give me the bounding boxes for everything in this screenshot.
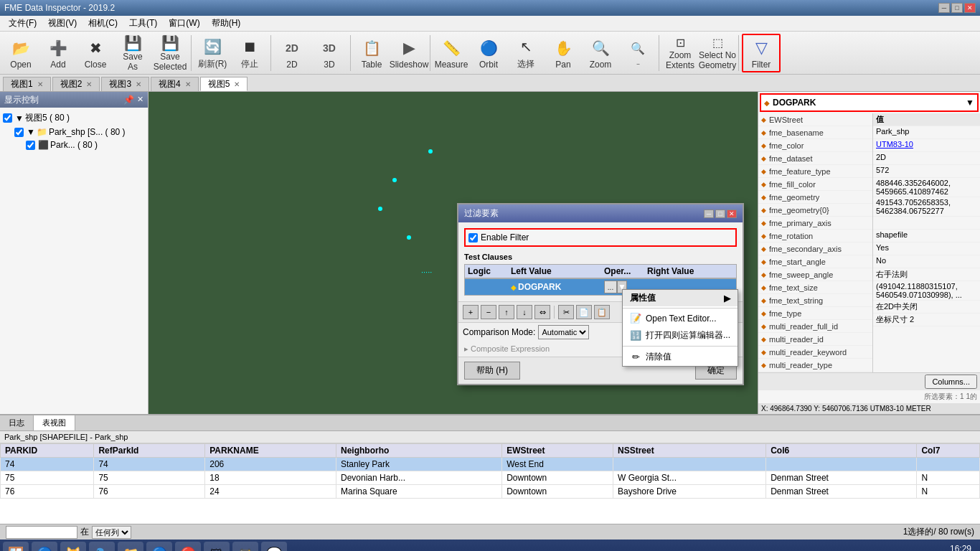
- close-tool-button[interactable]: ✖ Close: [77, 34, 113, 72]
- table-button[interactable]: 📋 Table: [354, 34, 390, 72]
- measure-button[interactable]: 📏 Measure: [433, 34, 469, 72]
- menu-window[interactable]: 窗口(W): [163, 16, 205, 31]
- panel-pin-icon[interactable]: 📌: [123, 95, 134, 105]
- refresh-button[interactable]: 🔄 刷新(R): [194, 34, 230, 72]
- table-tab[interactable]: 表视图: [34, 415, 75, 430]
- map-feature: [378, 207, 382, 211]
- comparison-mode-select[interactable]: Automatic: [538, 325, 589, 339]
- taskbar-btn-5[interactable]: 🔵: [146, 542, 172, 551]
- tree-item-view5[interactable]: ▼ 视图5 ( 80 ): [3, 110, 145, 126]
- dogpark-selector[interactable]: ◆ DOGPARK ▼: [760, 93, 979, 112]
- taskbar-btn-2[interactable]: 🐱: [60, 542, 86, 551]
- tree-expand-view5[interactable]: ▼: [15, 113, 24, 123]
- log-tab[interactable]: 日志: [0, 415, 34, 430]
- taskbar-btn-7[interactable]: 🛡: [204, 542, 230, 551]
- th-parkname[interactable]: PARKNAME: [205, 444, 336, 458]
- th-ewstreet[interactable]: EWStreet: [502, 444, 613, 458]
- dialog-max-button[interactable]: □: [715, 209, 725, 218]
- tree-checkbox-park[interactable]: [26, 141, 35, 150]
- select-no-geometry-button[interactable]: ⬚ Select No Geometry: [699, 34, 735, 72]
- th-nsstreet[interactable]: NSStreet: [613, 444, 766, 458]
- taskbar-btn-6[interactable]: 🔴: [175, 542, 201, 551]
- taskbar-btn-4[interactable]: 📁: [118, 542, 143, 551]
- menu-camera[interactable]: 相机(C): [83, 16, 123, 31]
- menu-tools[interactable]: 工具(T): [123, 16, 163, 31]
- columns-button[interactable]: Columns...: [925, 375, 977, 389]
- ctx-arithmetic-editor[interactable]: 🔢 打开四则运算编辑器...: [623, 326, 738, 344]
- save-as-button[interactable]: 💾 Save As: [115, 34, 151, 72]
- tab-close-view4[interactable]: ✕: [185, 80, 191, 88]
- tab-view3[interactable]: 视图3 ✕: [101, 77, 149, 91]
- remove-clause-button[interactable]: −: [481, 305, 496, 319]
- ctx-clear-value[interactable]: ✏ 清除值: [623, 348, 738, 366]
- ctx-open-text-editor[interactable]: 📝 Open Text Editor...: [623, 310, 738, 326]
- paste-button[interactable]: 📋: [594, 305, 610, 319]
- move-up-button[interactable]: ↑: [499, 305, 514, 319]
- tab-view4[interactable]: 视图4 ✕: [151, 77, 199, 91]
- zoom-extents-button[interactable]: ⊡ Zoom Extents: [662, 34, 698, 72]
- slideshow-button[interactable]: ▶ Slideshow: [391, 34, 427, 72]
- taskbar-btn-3[interactable]: 🎭: [89, 542, 115, 551]
- help-button[interactable]: 帮助 (H): [464, 362, 520, 380]
- pan-button[interactable]: ✋ Pan: [545, 34, 581, 72]
- zoom-button[interactable]: 🔍 Zoom: [583, 34, 618, 72]
- tab-view5[interactable]: 视图5 ✕: [200, 77, 248, 91]
- tree-item-park[interactable]: ⬛ Park... ( 80 ): [3, 138, 145, 151]
- copy-button[interactable]: 📄: [576, 305, 592, 319]
- save-selected-button[interactable]: 💾 Save Selected: [152, 34, 188, 72]
- table-area[interactable]: PARKID RefParkId PARKNAME Neighborho EWS…: [0, 443, 980, 524]
- th-col6[interactable]: Col6: [766, 444, 917, 458]
- table-row-74[interactable]: 74 74 206 Stanley Park West End: [1, 458, 980, 471]
- tab-close-view5[interactable]: ✕: [234, 80, 240, 88]
- map-area[interactable]: ····· 过滤要素 ─ □ ✕ Enable Filter Te: [149, 92, 758, 414]
- select-button[interactable]: ↖ 选择: [508, 34, 544, 72]
- column-select[interactable]: 任何列: [92, 526, 131, 539]
- filter-button[interactable]: ▽ Filter: [742, 34, 781, 72]
- add-clause-button[interactable]: +: [463, 305, 479, 319]
- menu-help[interactable]: 帮助(H): [206, 16, 247, 31]
- minimize-button[interactable]: ─: [938, 3, 950, 13]
- dialog-min-button[interactable]: ─: [704, 209, 714, 218]
- taskbar-btn-9[interactable]: 💬: [261, 542, 287, 551]
- tree-checkbox-parkshp[interactable]: [14, 128, 24, 137]
- move-down-button[interactable]: ↓: [517, 305, 532, 319]
- taskbar-btn-1[interactable]: 🔵: [32, 542, 57, 551]
- expand-button[interactable]: ⇔: [534, 305, 550, 319]
- th-col7[interactable]: Col7: [917, 444, 980, 458]
- zoom-minus-button[interactable]: 🔍 －: [620, 34, 656, 72]
- dogpark-dropdown-icon[interactable]: ▼: [966, 98, 974, 108]
- orbit-button[interactable]: 🔵 Orbit: [471, 34, 507, 72]
- menu-file[interactable]: 文件(F): [3, 16, 42, 31]
- 3d-button[interactable]: 3D 3D: [311, 34, 347, 72]
- tree-expand-parkshp[interactable]: ▼: [27, 127, 35, 137]
- tree-item-parkshp[interactable]: ▼ 📁 Park_shp [S... ( 80 ): [3, 126, 145, 138]
- menu-view[interactable]: 视图(V): [42, 16, 83, 31]
- maximize-button[interactable]: □: [951, 3, 963, 13]
- th-refparkid[interactable]: RefParkId: [94, 444, 205, 458]
- enable-filter-checkbox[interactable]: [468, 233, 478, 242]
- tree-checkbox-view5[interactable]: [3, 113, 12, 123]
- open-button[interactable]: 📂 Open: [3, 34, 39, 72]
- close-button[interactable]: ✕: [964, 3, 976, 13]
- clause-right-cell[interactable]: [644, 286, 736, 288]
- table-row-75[interactable]: 75 75 18 Devonian Harb... Downtown W Geo…: [1, 471, 980, 485]
- search-input[interactable]: [6, 526, 77, 539]
- tab-view2[interactable]: 视图2 ✕: [52, 77, 100, 91]
- th-neighborho[interactable]: Neighborho: [336, 444, 501, 458]
- dialog-close-button[interactable]: ✕: [727, 209, 737, 218]
- ellipsis-button[interactable]: ...: [604, 281, 617, 293]
- table-row-76[interactable]: 76 76 24 Marina Square Downtown Bayshore…: [1, 485, 980, 499]
- tab-close-view1[interactable]: ✕: [37, 80, 43, 88]
- tab-close-view2[interactable]: ✕: [86, 80, 92, 88]
- 2d-button[interactable]: 2D 2D: [274, 34, 310, 72]
- tab-view1[interactable]: 视图1 ✕: [3, 77, 51, 91]
- val-utm83[interactable]: UTM83-10: [873, 139, 980, 152]
- tab-close-view3[interactable]: ✕: [136, 80, 141, 88]
- stop-button[interactable]: ⏹ 停止: [232, 34, 268, 72]
- taskbar-btn-8[interactable]: 🎮: [232, 542, 258, 551]
- add-button[interactable]: ➕ Add: [40, 34, 76, 72]
- left-panel-close-button[interactable]: ✕: [137, 95, 143, 105]
- cut-button[interactable]: ✂: [558, 305, 574, 319]
- start-button[interactable]: 🪟: [3, 542, 29, 551]
- th-parkid[interactable]: PARKID: [1, 444, 94, 458]
